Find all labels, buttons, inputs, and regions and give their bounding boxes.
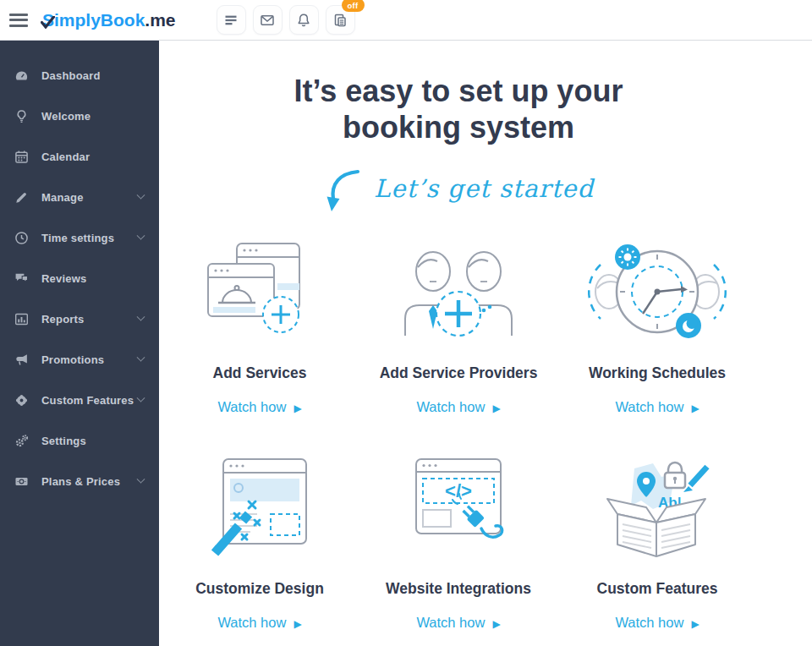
calendar-icon	[14, 150, 29, 164]
watch-how-link-website-integrations[interactable]: Watch how ▶	[359, 615, 558, 631]
list-icon	[222, 12, 239, 29]
watch-how-link-custom-features[interactable]: Watch how ▶	[558, 615, 757, 631]
watch-how-label: Watch how	[217, 399, 286, 415]
sidebar-item-label: Settings	[41, 435, 86, 447]
sidebar-item-promotions[interactable]: Promotions	[0, 339, 159, 380]
report-icon	[332, 12, 348, 29]
bar-chart-icon	[14, 312, 29, 326]
chevron-down-icon	[137, 353, 145, 361]
sidebar-item-label: Reviews	[41, 272, 86, 285]
watch-how-link-customize-design[interactable]: Watch how ▶	[161, 615, 359, 631]
customize-design-illustration	[195, 457, 324, 558]
chevron-down-icon	[137, 393, 145, 402]
page-title: It’s easy to set up your booking system	[159, 73, 758, 145]
play-icon: ▶	[492, 618, 500, 630]
megaphone-icon	[14, 353, 29, 367]
tile-add-services: Add Services Watch how ▶	[161, 240, 359, 415]
watch-how-link-add-services[interactable]: Watch how ▶	[161, 399, 359, 415]
sidebar-item-label: Dashboard	[41, 69, 101, 82]
svg-text:</>: </>	[445, 480, 472, 501]
sidebar-item-welcome[interactable]: Welcome	[0, 96, 159, 136]
lightbulb-icon	[14, 109, 29, 123]
get-started-text: Let’s get started	[374, 174, 594, 203]
watch-how-label: Watch how	[217, 615, 286, 631]
tile-add-service-providers: Add Service Providers Watch how ▶	[359, 240, 558, 415]
watch-how-label: Watch how	[416, 615, 485, 631]
page-title-line2: booking system	[159, 109, 758, 145]
tile-title: Website Integrations	[359, 580, 558, 598]
working-schedules-illustration	[584, 241, 730, 342]
tile-title: Working Schedules	[558, 364, 757, 382]
chevron-down-icon	[137, 474, 145, 483]
tile-title: Add Service Providers	[359, 364, 558, 382]
sidebar-item-dashboard[interactable]: Dashboard	[0, 55, 159, 96]
sidebar-item-label: Reports	[41, 313, 85, 326]
comments-icon	[14, 271, 29, 286]
play-icon: ▶	[294, 402, 301, 414]
sidebar-item-reports[interactable]: Reports	[0, 298, 159, 339]
add-services-illustration	[195, 241, 324, 342]
sidebar-item-label: Welcome	[41, 110, 91, 123]
watch-how-label: Watch how	[615, 399, 683, 415]
dashboard-icon	[14, 68, 29, 83]
sidebar-item-custom-features[interactable]: Custom Features	[0, 380, 159, 420]
sidebar-item-label: Plans & Prices	[41, 475, 120, 488]
logo-text-secondary: .me	[145, 10, 175, 30]
sidebar-item-label: Custom Features	[41, 394, 134, 407]
play-icon: ▶	[492, 402, 500, 414]
logo-checkmark-icon	[41, 16, 55, 29]
sidebar-item-plans-prices[interactable]: Plans & Prices	[0, 461, 159, 501]
tile-website-integrations: </> Website Integrations Watch how ▶	[359, 456, 558, 631]
logo-text-primary: SimplyBook	[42, 10, 145, 30]
sidebar-item-calendar[interactable]: Calendar	[0, 136, 159, 177]
website-integrations-illustration: </>	[394, 457, 523, 558]
tile-title: Customize Design	[161, 580, 359, 598]
header-actions: off	[217, 5, 355, 35]
chevron-down-icon	[137, 190, 145, 199]
watch-how-label: Watch how	[416, 399, 485, 415]
watch-how-link-working-schedules[interactable]: Watch how ▶	[558, 399, 757, 415]
notifications-button[interactable]	[289, 5, 319, 35]
sidebar-item-label: Calendar	[41, 151, 90, 163]
tutorial-grid: Add Services Watch how ▶	[159, 240, 758, 631]
sidebar-item-manage[interactable]: Manage	[0, 177, 159, 217]
curved-arrow-icon	[323, 166, 360, 213]
main-content: It’s easy to set up your booking system …	[159, 41, 812, 646]
mail-icon	[259, 12, 276, 29]
chevron-down-icon	[137, 312, 145, 320]
sidebar-item-label: Manage	[41, 191, 84, 204]
sidebar-item-settings[interactable]: Settings	[0, 420, 159, 461]
sidebar-item-reviews[interactable]: Reviews	[0, 258, 159, 298]
get-started-row: Let’s get started	[159, 166, 758, 215]
watch-how-label: Watch how	[615, 615, 683, 631]
simplybook-logo[interactable]: SimplyBook.me	[42, 10, 176, 30]
plugin-badge-icon	[14, 393, 29, 408]
tile-title: Custom Features	[558, 580, 757, 598]
tile-working-schedules: Working Schedules Watch how ▶	[558, 240, 757, 415]
bell-icon	[295, 12, 312, 29]
custom-features-illustration: Ab|	[593, 455, 721, 560]
play-icon: ▶	[691, 402, 699, 414]
sidebar-item-time-settings[interactable]: Time settings	[0, 217, 159, 258]
play-icon: ▶	[294, 618, 301, 630]
hamburger-menu-icon[interactable]	[9, 14, 28, 27]
clock-icon	[14, 231, 29, 245]
sidebar-item-label: Time settings	[41, 232, 114, 244]
sidebar-navigation: Dashboard Welcome Calendar Manage Time s…	[0, 41, 159, 646]
page-title-line1: It’s easy to set up your	[159, 73, 758, 109]
reports-toggle-button[interactable]: off	[326, 5, 355, 35]
messages-button[interactable]	[253, 5, 283, 35]
quick-actions-button[interactable]	[217, 5, 246, 35]
add-service-providers-illustration	[394, 241, 523, 342]
tile-title: Add Services	[161, 364, 359, 382]
play-icon: ▶	[691, 618, 699, 630]
status-badge-off: off	[342, 0, 365, 12]
gears-icon	[14, 434, 29, 448]
pencil-icon	[14, 190, 29, 205]
sidebar-item-label: Promotions	[41, 353, 104, 366]
tile-custom-features: Ab| Custom Features Watch how ▶	[558, 456, 757, 631]
chevron-down-icon	[137, 231, 145, 239]
money-bill-icon	[14, 474, 29, 489]
top-bar: SimplyBook.me	[0, 0, 812, 41]
watch-how-link-add-service-providers[interactable]: Watch how ▶	[359, 399, 558, 415]
